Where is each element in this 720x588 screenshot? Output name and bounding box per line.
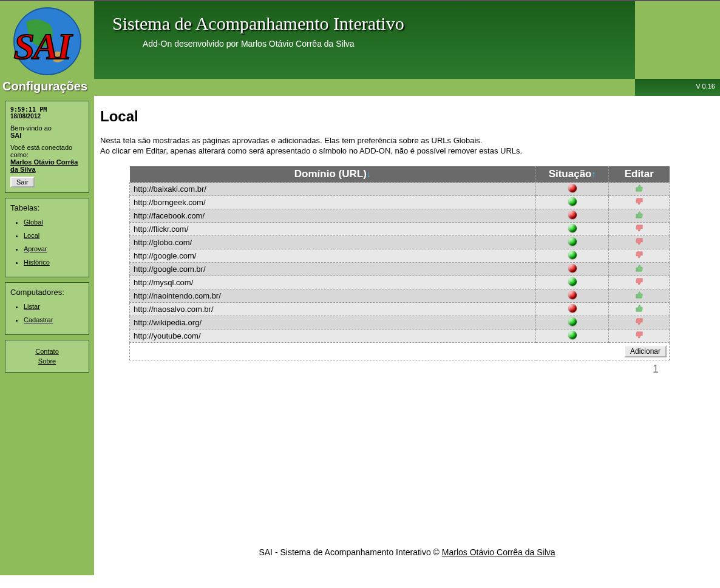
sidebar-item-aprovar[interactable]: Aprovar — [24, 245, 47, 252]
footer-text: SAI - Sistema de Acompanhamento Interati… — [259, 547, 441, 557]
status-red-icon — [568, 291, 577, 299]
username-link[interactable]: Marlos Otávio Corrêa da Silva — [10, 158, 78, 173]
cell-url: http://borngeek.com/ — [130, 196, 536, 209]
sort-down-icon: ↓ — [367, 169, 371, 179]
column-status[interactable]: Situação↑ — [536, 166, 609, 183]
cell-url: http://google.com/ — [130, 249, 536, 263]
table-row: http://mysql.com/ — [130, 276, 670, 289]
status-green-icon — [568, 224, 577, 232]
sidebar-computers-box: Computadores: Listar Cadastrar — [5, 282, 89, 335]
sidebar-item-historico[interactable]: Histórico — [24, 259, 50, 266]
cell-status — [536, 289, 609, 303]
thumb-down-icon[interactable] — [634, 251, 644, 259]
status-green-icon — [568, 197, 577, 206]
cell-edit — [609, 289, 670, 303]
sidebar-info-box: 9:59:11 PM 18/08/2012 Bem-vindo ao SAI V… — [5, 101, 89, 193]
cell-url: http://wikipedia.org/ — [130, 316, 536, 329]
cell-status — [536, 276, 609, 289]
cell-status — [536, 223, 609, 236]
page-title: Local — [100, 108, 714, 125]
sort-up-icon: ↑ — [592, 169, 596, 179]
thumb-up-icon[interactable] — [634, 264, 644, 272]
header-right-box — [635, 1, 720, 79]
subheader: Configurações V 0.16 — [0, 79, 720, 96]
connected-as-text: Você está conectado como: — [10, 144, 84, 158]
cell-url: http://baixaki.com.br/ — [130, 183, 536, 196]
status-green-icon — [568, 251, 577, 259]
subheader-spacer — [94, 79, 635, 96]
cell-status — [536, 303, 609, 316]
content: Local Nesta tela são mostradas as página… — [94, 96, 720, 575]
logo-box: SAI — [0, 1, 94, 79]
table-row: http://youtube.com/ — [130, 329, 670, 343]
table-row: http://google.com.br/ — [130, 263, 670, 276]
cell-url: http://naosalvo.com.br/ — [130, 303, 536, 316]
column-edit[interactable]: Editar — [609, 166, 670, 183]
status-green-icon — [568, 277, 577, 286]
cell-edit — [609, 303, 670, 316]
cell-url: http://google.com.br/ — [130, 263, 536, 276]
cell-url: http://flickr.com/ — [130, 223, 536, 236]
thumb-up-icon[interactable] — [634, 291, 644, 299]
status-green-icon — [568, 237, 577, 246]
header-main: Sistema de Acompanhamento Interativo Add… — [94, 1, 635, 79]
sidebar-item-local[interactable]: Local — [24, 232, 39, 239]
thumb-up-icon[interactable] — [634, 211, 644, 219]
sidebar-item-global[interactable]: Global — [24, 218, 43, 226]
sidebar-tables-list: Global Local Aprovar Histórico — [10, 218, 84, 266]
thumb-up-icon[interactable] — [634, 304, 644, 313]
logout-button[interactable]: Sair — [10, 177, 35, 188]
sidebar-link-contato[interactable]: Contato — [10, 348, 84, 355]
status-red-icon — [568, 184, 577, 192]
sidebar-links-box: Contato Sobre — [5, 340, 89, 373]
cell-url: http://facebook.com/ — [130, 209, 536, 223]
cell-status — [536, 263, 609, 276]
footer-author-link[interactable]: Marlos Otávio Corrêa da Silva — [442, 547, 555, 557]
sidebar-item-cadastrar[interactable]: Cadastrar — [24, 316, 53, 323]
url-table: Domínio (URL)↓ Situação↑ Editar http://b… — [129, 166, 670, 360]
cell-status — [536, 196, 609, 209]
thumb-down-icon[interactable] — [634, 197, 644, 206]
sidebar-computers-title: Computadores: — [10, 288, 84, 297]
clock-time: 9:59:11 PM — [10, 106, 84, 113]
thumb-up-icon[interactable] — [634, 184, 644, 192]
table-row: http://naointendo.com.br/ — [130, 289, 670, 303]
status-green-icon — [568, 331, 577, 339]
sidebar-tables-title: Tabelas: — [10, 203, 84, 212]
cell-status — [536, 249, 609, 263]
cell-status — [536, 316, 609, 329]
thumb-down-icon[interactable] — [634, 331, 644, 339]
page-desc-2: Ao clicar em Editar, apenas alterará com… — [100, 146, 714, 155]
sidebar: 9:59:11 PM 18/08/2012 Bem-vindo ao SAI V… — [0, 96, 94, 575]
cell-edit — [609, 249, 670, 263]
cell-edit — [609, 223, 670, 236]
cell-edit — [609, 236, 670, 249]
status-red-icon — [568, 264, 577, 272]
thumb-down-icon[interactable] — [634, 237, 644, 246]
add-button[interactable]: Adicionar — [624, 345, 667, 357]
logo: SAI — [8, 4, 87, 76]
thumb-down-icon[interactable] — [634, 317, 644, 326]
table-wrap: Domínio (URL)↓ Situação↑ Editar http://b… — [129, 166, 670, 376]
add-row: Adicionar — [130, 343, 670, 360]
thumb-down-icon[interactable] — [634, 277, 644, 286]
status-green-icon — [568, 317, 577, 326]
table-row: http://wikipedia.org/ — [130, 316, 670, 329]
column-url[interactable]: Domínio (URL)↓ — [130, 166, 536, 183]
cell-edit — [609, 263, 670, 276]
thumb-down-icon[interactable] — [634, 224, 644, 232]
table-row: http://baixaki.com.br/ — [130, 183, 670, 196]
clock-date: 18/08/2012 — [10, 113, 84, 120]
sidebar-item-listar[interactable]: Listar — [24, 303, 40, 310]
table-row: http://google.com/ — [130, 249, 670, 263]
cell-status — [536, 183, 609, 196]
cell-status — [536, 236, 609, 249]
cell-edit — [609, 183, 670, 196]
footer: SAI - Sistema de Acompanhamento Interati… — [94, 535, 720, 569]
version-label: V 0.16 — [635, 79, 720, 96]
table-row: http://flickr.com/ — [130, 223, 670, 236]
page-desc-1: Nesta tela são mostradas as páginas apro… — [100, 136, 714, 145]
logo-text: SAI — [14, 25, 71, 68]
app-subtitle: Add-On desenvolvido por Marlos Otávio Co… — [143, 39, 617, 49]
sidebar-link-sobre[interactable]: Sobre — [10, 357, 84, 365]
